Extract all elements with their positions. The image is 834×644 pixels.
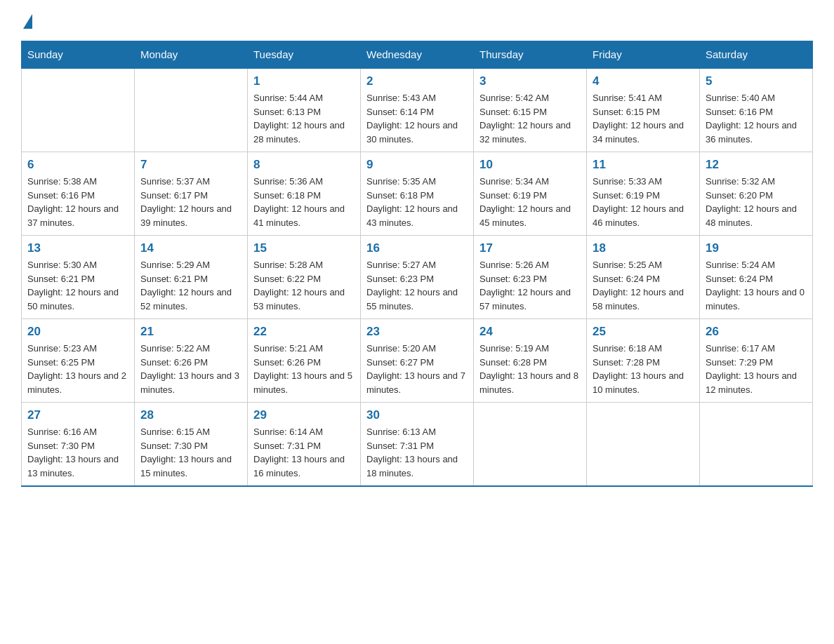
- daylight-text: Daylight: 12 hours and 37 minutes.: [27, 202, 128, 229]
- sunrise-text: Sunrise: 5:22 AM: [140, 342, 241, 356]
- calendar-cell: 29Sunrise: 6:14 AMSunset: 7:31 PMDayligh…: [248, 403, 361, 487]
- day-number: 16: [366, 241, 468, 255]
- sunset-text: Sunset: 6:24 PM: [593, 272, 694, 286]
- calendar-cell: [474, 403, 587, 487]
- day-number: 7: [140, 158, 241, 172]
- sunset-text: Sunset: 6:27 PM: [366, 356, 468, 370]
- weekday-header-monday: Monday: [135, 41, 248, 69]
- sunset-text: Sunset: 6:23 PM: [366, 272, 468, 286]
- sunset-text: Sunset: 7:28 PM: [593, 356, 694, 370]
- weekday-header-thursday: Thursday: [474, 41, 587, 69]
- daylight-text: Daylight: 12 hours and 48 minutes.: [706, 202, 807, 229]
- calendar-cell: 19Sunrise: 5:24 AMSunset: 6:24 PMDayligh…: [700, 236, 813, 319]
- calendar-week-row: 27Sunrise: 6:16 AMSunset: 7:30 PMDayligh…: [22, 403, 813, 487]
- day-info: Sunrise: 5:25 AMSunset: 6:24 PMDaylight:…: [593, 258, 694, 313]
- calendar-cell: 7Sunrise: 5:37 AMSunset: 6:17 PMDaylight…: [135, 152, 248, 236]
- calendar-cell: 24Sunrise: 5:19 AMSunset: 6:28 PMDayligh…: [474, 319, 587, 403]
- sunset-text: Sunset: 7:31 PM: [366, 439, 468, 453]
- sunset-text: Sunset: 6:15 PM: [593, 105, 694, 119]
- sunrise-text: Sunrise: 5:38 AM: [27, 175, 128, 189]
- sunrise-text: Sunrise: 5:20 AM: [366, 342, 468, 356]
- sunset-text: Sunset: 7:31 PM: [253, 439, 355, 453]
- calendar-cell: 4Sunrise: 5:41 AMSunset: 6:15 PMDaylight…: [587, 68, 700, 152]
- day-info: Sunrise: 5:20 AMSunset: 6:27 PMDaylight:…: [366, 342, 468, 396]
- sunset-text: Sunset: 6:13 PM: [253, 105, 355, 119]
- day-info: Sunrise: 6:14 AMSunset: 7:31 PMDaylight:…: [253, 425, 355, 480]
- daylight-text: Daylight: 13 hours and 8 minutes.: [479, 369, 581, 396]
- sunrise-text: Sunrise: 5:29 AM: [140, 258, 241, 272]
- day-info: Sunrise: 6:13 AMSunset: 7:31 PMDaylight:…: [366, 425, 468, 480]
- day-number: 23: [366, 325, 468, 339]
- day-number: 25: [593, 325, 694, 339]
- day-info: Sunrise: 5:26 AMSunset: 6:23 PMDaylight:…: [479, 258, 581, 313]
- calendar-cell: [700, 403, 813, 487]
- day-info: Sunrise: 5:23 AMSunset: 6:25 PMDaylight:…: [27, 342, 128, 396]
- logo-triangle-icon: [23, 14, 32, 29]
- day-number: 2: [366, 74, 468, 88]
- weekday-header-friday: Friday: [587, 41, 700, 69]
- day-number: 11: [593, 158, 694, 172]
- daylight-text: Daylight: 12 hours and 58 minutes.: [593, 286, 694, 313]
- sunset-text: Sunset: 6:20 PM: [706, 189, 807, 203]
- sunrise-text: Sunrise: 5:19 AM: [479, 342, 581, 356]
- calendar-cell: 15Sunrise: 5:28 AMSunset: 6:22 PMDayligh…: [248, 236, 361, 319]
- daylight-text: Daylight: 13 hours and 7 minutes.: [366, 369, 468, 396]
- sunset-text: Sunset: 6:24 PM: [706, 272, 807, 286]
- calendar-cell: 9Sunrise: 5:35 AMSunset: 6:18 PMDaylight…: [361, 152, 474, 236]
- daylight-text: Daylight: 13 hours and 5 minutes.: [253, 369, 355, 396]
- day-info: Sunrise: 5:35 AMSunset: 6:18 PMDaylight:…: [366, 175, 468, 229]
- day-number: 21: [140, 325, 241, 339]
- sunset-text: Sunset: 6:26 PM: [140, 356, 241, 370]
- calendar-cell: 16Sunrise: 5:27 AMSunset: 6:23 PMDayligh…: [361, 236, 474, 319]
- day-number: 18: [593, 241, 694, 255]
- calendar-week-row: 13Sunrise: 5:30 AMSunset: 6:21 PMDayligh…: [22, 236, 813, 319]
- day-info: Sunrise: 6:17 AMSunset: 7:29 PMDaylight:…: [706, 342, 807, 396]
- day-info: Sunrise: 5:21 AMSunset: 6:26 PMDaylight:…: [253, 342, 355, 396]
- day-number: 3: [479, 74, 581, 88]
- calendar-cell: 14Sunrise: 5:29 AMSunset: 6:21 PMDayligh…: [135, 236, 248, 319]
- sunrise-text: Sunrise: 6:13 AM: [366, 425, 468, 439]
- calendar-cell: 20Sunrise: 5:23 AMSunset: 6:25 PMDayligh…: [22, 319, 135, 403]
- sunset-text: Sunset: 6:14 PM: [366, 105, 468, 119]
- sunrise-text: Sunrise: 5:44 AM: [253, 91, 355, 105]
- sunset-text: Sunset: 6:21 PM: [27, 272, 128, 286]
- day-info: Sunrise: 5:34 AMSunset: 6:19 PMDaylight:…: [479, 175, 581, 229]
- sunset-text: Sunset: 6:15 PM: [479, 105, 581, 119]
- sunrise-text: Sunrise: 5:42 AM: [479, 91, 581, 105]
- day-number: 29: [253, 408, 355, 422]
- daylight-text: Daylight: 13 hours and 3 minutes.: [140, 369, 241, 396]
- day-info: Sunrise: 5:28 AMSunset: 6:22 PMDaylight:…: [253, 258, 355, 313]
- sunrise-text: Sunrise: 5:24 AM: [706, 258, 807, 272]
- sunrise-text: Sunrise: 5:41 AM: [593, 91, 694, 105]
- daylight-text: Daylight: 12 hours and 57 minutes.: [479, 286, 581, 313]
- calendar-cell: 12Sunrise: 5:32 AMSunset: 6:20 PMDayligh…: [700, 152, 813, 236]
- calendar-cell: 28Sunrise: 6:15 AMSunset: 7:30 PMDayligh…: [135, 403, 248, 487]
- calendar-cell: [22, 68, 135, 152]
- sunrise-text: Sunrise: 5:40 AM: [706, 91, 807, 105]
- sunset-text: Sunset: 6:22 PM: [253, 272, 355, 286]
- sunset-text: Sunset: 6:18 PM: [366, 189, 468, 203]
- calendar-header-row: SundayMondayTuesdayWednesdayThursdayFrid…: [22, 41, 813, 69]
- day-info: Sunrise: 5:29 AMSunset: 6:21 PMDaylight:…: [140, 258, 241, 313]
- day-number: 14: [140, 241, 241, 255]
- daylight-text: Daylight: 12 hours and 53 minutes.: [253, 286, 355, 313]
- sunrise-text: Sunrise: 6:16 AM: [27, 425, 128, 439]
- calendar-cell: 17Sunrise: 5:26 AMSunset: 6:23 PMDayligh…: [474, 236, 587, 319]
- daylight-text: Daylight: 12 hours and 55 minutes.: [366, 286, 468, 313]
- daylight-text: Daylight: 12 hours and 52 minutes.: [140, 286, 241, 313]
- day-number: 19: [706, 241, 807, 255]
- daylight-text: Daylight: 13 hours and 2 minutes.: [27, 369, 128, 396]
- day-number: 12: [706, 158, 807, 172]
- sunrise-text: Sunrise: 5:21 AM: [253, 342, 355, 356]
- sunset-text: Sunset: 6:26 PM: [253, 356, 355, 370]
- day-number: 24: [479, 325, 581, 339]
- daylight-text: Daylight: 13 hours and 0 minutes.: [706, 286, 807, 313]
- day-info: Sunrise: 5:38 AMSunset: 6:16 PMDaylight:…: [27, 175, 128, 229]
- daylight-text: Daylight: 13 hours and 10 minutes.: [593, 369, 694, 396]
- sunrise-text: Sunrise: 5:37 AM: [140, 175, 241, 189]
- day-info: Sunrise: 5:27 AMSunset: 6:23 PMDaylight:…: [366, 258, 468, 313]
- day-number: 4: [593, 74, 694, 88]
- calendar-cell: [587, 403, 700, 487]
- weekday-header-tuesday: Tuesday: [248, 41, 361, 69]
- day-number: 26: [706, 325, 807, 339]
